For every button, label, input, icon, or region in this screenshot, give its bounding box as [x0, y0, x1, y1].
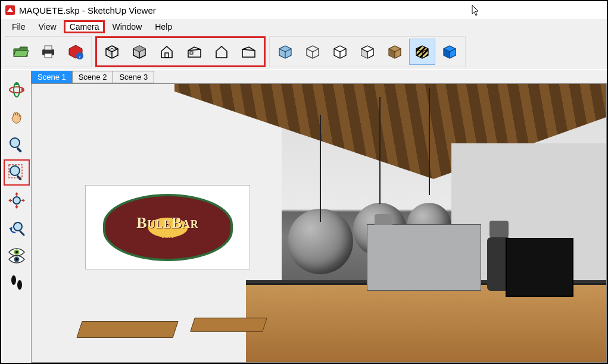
svg-marker-21 — [15, 206, 18, 209]
scene-tabs: Scene 1 Scene 2 Scene 3 — [31, 70, 607, 83]
model-info-button[interactable]: i — [63, 39, 89, 65]
orbit-tool-button[interactable] — [4, 77, 29, 102]
svg-point-30 — [11, 275, 16, 285]
svg-point-24 — [14, 222, 22, 231]
shaded-textures-style-button[interactable] — [382, 39, 408, 65]
menu-camera[interactable]: Camera — [64, 20, 105, 33]
toolbar-group-face-styles — [269, 36, 466, 67]
svg-point-16 — [10, 166, 20, 175]
scene-tab-3[interactable]: Scene 3 — [113, 71, 154, 83]
left-view-button[interactable] — [236, 39, 262, 65]
scene-tab-2[interactable]: Scene 2 — [72, 71, 114, 83]
xray-style-button[interactable] — [272, 39, 298, 65]
workspace: Scene 1 Scene 2 Scene 3 BuleBar café — [2, 70, 607, 363]
open-button[interactable] — [8, 39, 34, 65]
svg-marker-20 — [15, 192, 18, 194]
svg-rect-15 — [16, 147, 22, 153]
scene-logo-brand: BuleBar — [136, 214, 199, 232]
look-around-tool-button[interactable] — [4, 243, 29, 268]
menu-file[interactable]: File — [6, 20, 32, 33]
monochrome-style-button[interactable] — [409, 39, 435, 65]
print-button[interactable] — [35, 39, 61, 65]
wireframe-style-button[interactable] — [300, 39, 326, 65]
titlebar: MAQUETE.skp - SketchUp Viewer — [1, 1, 607, 19]
menu-view[interactable]: View — [33, 20, 63, 33]
scene-table — [77, 321, 179, 338]
zoom-window-tool-button[interactable] — [4, 159, 30, 186]
menubar: File View Camera Window Help — [1, 19, 607, 34]
svg-rect-7 — [190, 52, 193, 54]
shaded-style-button[interactable] — [354, 39, 381, 65]
svg-point-14 — [10, 138, 20, 148]
svg-marker-23 — [23, 199, 25, 202]
window-title: MAQUETE.skp - SketchUp Viewer — [19, 5, 156, 15]
menu-window[interactable]: Window — [106, 20, 148, 33]
svg-rect-2 — [45, 46, 52, 50]
scene-tab-1[interactable]: Scene 1 — [31, 71, 73, 83]
scene-seating — [32, 249, 282, 362]
back-view-button[interactable] — [208, 39, 235, 65]
toolbar-group-standard-views — [95, 36, 266, 67]
svg-point-29 — [15, 258, 18, 261]
zoom-extents-tool-button[interactable] — [4, 188, 29, 213]
scene-espresso-machine — [367, 224, 481, 291]
scene-table — [190, 318, 267, 331]
main-toolbar: i — [1, 34, 607, 69]
svg-rect-6 — [165, 53, 169, 58]
svg-point-27 — [15, 251, 18, 253]
side-toolbar — [2, 70, 31, 363]
svg-marker-22 — [8, 199, 11, 202]
scene-logo-subtitle: café — [161, 231, 174, 240]
top-view-button[interactable] — [126, 39, 152, 65]
zoom-tool-button[interactable] — [4, 132, 29, 157]
hiddenline-style-button[interactable] — [327, 39, 353, 65]
scene-pendant-light — [288, 209, 353, 274]
svg-point-19 — [13, 197, 20, 204]
previous-view-tool-button[interactable] — [4, 215, 29, 240]
model-viewport[interactable]: BuleBar café — [31, 83, 607, 363]
toolbar-group-file: i — [5, 36, 92, 67]
iso-view-button[interactable] — [99, 39, 125, 65]
sketchup-app-icon — [5, 5, 15, 15]
pan-tool-button[interactable] — [4, 105, 29, 130]
mouse-cursor-icon — [472, 5, 481, 17]
front-view-button[interactable] — [154, 39, 180, 65]
svg-point-31 — [17, 280, 22, 290]
scene-pos-monitor — [506, 238, 573, 297]
menu-help[interactable]: Help — [149, 20, 178, 33]
styles-button[interactable] — [436, 39, 463, 65]
right-view-button[interactable] — [181, 39, 207, 65]
walk-tool-button[interactable] — [4, 270, 29, 295]
main-area: Scene 1 Scene 2 Scene 3 BuleBar café — [31, 70, 607, 363]
svg-rect-3 — [45, 54, 52, 58]
